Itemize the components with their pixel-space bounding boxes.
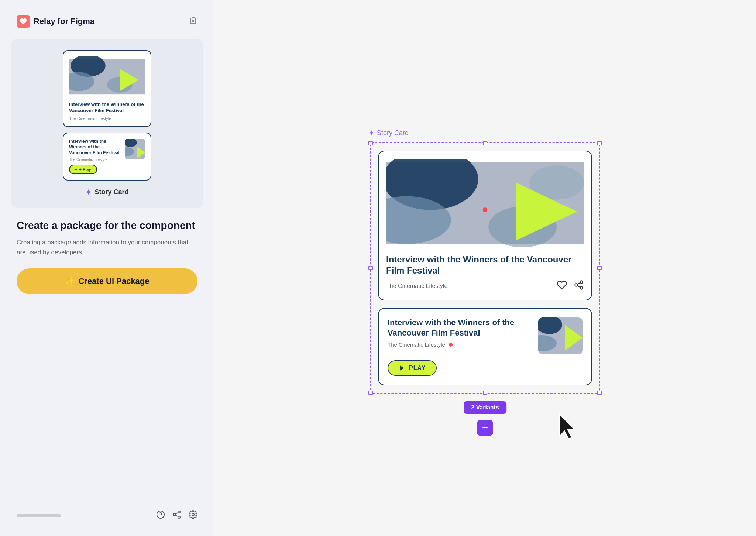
create-ui-package-button[interactable]: ✨ Create UI Package	[17, 268, 197, 294]
svg-point-26	[580, 287, 583, 289]
brand: Relay for Figma	[17, 15, 94, 28]
selection-border: Interview with the Winners of the Vancou…	[370, 142, 600, 394]
handle-mid-left	[368, 266, 373, 270]
card-image-small-v	[69, 56, 145, 97]
big-story-card-vertical: Interview with the Winners of the Vancou…	[378, 151, 592, 300]
panel-header: Relay for Figma	[0, 0, 214, 39]
share-icon[interactable]	[172, 510, 181, 521]
handle-bottom-left	[368, 391, 373, 395]
small-h-card-title: Interview with the Winners of the Vancou…	[69, 139, 121, 156]
preview-area: Interview with the Winners of the Vancou…	[11, 39, 203, 208]
add-variant-button[interactable]: +	[477, 420, 493, 436]
cursor-arrow	[558, 412, 578, 441]
component-label-text: Story Card	[94, 188, 128, 196]
panel-footer	[0, 503, 214, 536]
play-icon-small: +	[75, 167, 77, 172]
content-desc: Creating a package adds information to y…	[17, 237, 197, 257]
big-story-card-horizontal: Interview with the Winners of the Vancou…	[378, 308, 592, 385]
small-story-card-horizontal: Interview with the Winners of the Vancou…	[63, 133, 151, 181]
small-v-card-title: Interview with the Winners of the Vancou…	[69, 102, 145, 114]
svg-point-25	[575, 284, 578, 286]
svg-line-14	[176, 515, 178, 517]
handle-mid-right	[597, 266, 602, 270]
selection-label-text: Story Card	[377, 129, 409, 137]
selection-diamond-icon: ✦	[368, 128, 375, 137]
heart-icon[interactable]	[557, 280, 567, 292]
big-v-card-subtitle: The Cinematic Lifestyle	[386, 283, 447, 289]
action-icons	[557, 280, 584, 292]
small-h-card-thumb	[125, 139, 145, 159]
handle-bottom-right	[597, 391, 602, 395]
help-icon[interactable]	[156, 510, 165, 521]
play-button-small[interactable]: + + Play	[69, 165, 97, 174]
svg-marker-34	[560, 414, 574, 439]
svg-line-28	[577, 283, 580, 285]
svg-point-16	[192, 513, 194, 516]
svg-line-27	[577, 286, 580, 288]
left-panel: Relay for Figma Interview with the Winne…	[0, 0, 214, 536]
handle-top-left	[368, 141, 373, 145]
red-dot-indicator	[449, 343, 453, 347]
handle-bottom-mid	[483, 391, 487, 395]
trash-icon[interactable]	[189, 16, 197, 27]
small-story-card-vertical: Interview with the Winners of the Vancou…	[63, 50, 151, 127]
play-button-big[interactable]: PLAY	[388, 360, 437, 376]
play-label-big: PLAY	[409, 365, 426, 371]
small-h-card-subtitle: The Cinematic Lifestyle	[69, 158, 121, 162]
svg-point-11	[178, 511, 180, 513]
right-area: ✦ Story Card	[214, 0, 756, 536]
svg-point-13	[178, 516, 180, 518]
story-cards-container: Interview with the Winners of the Vancou…	[378, 151, 592, 385]
big-h-card-title: Interview with the Winners of the Vancou…	[388, 317, 532, 338]
svg-point-23	[483, 207, 488, 212]
create-btn-label: Create UI Package	[79, 276, 150, 286]
handle-top-right	[597, 141, 602, 145]
footer-icons	[156, 510, 197, 521]
svg-marker-33	[400, 365, 404, 371]
relay-diamond-icon: ✦	[85, 188, 92, 197]
svg-point-12	[173, 513, 176, 516]
settings-icon[interactable]	[189, 510, 197, 521]
brand-name: Relay for Figma	[34, 17, 94, 26]
create-btn-icon: ✨	[65, 276, 75, 286]
big-h-card-thumb	[538, 317, 583, 354]
card-image-big-v	[386, 159, 584, 247]
svg-line-15	[176, 513, 178, 514]
brand-logo	[17, 15, 30, 28]
share-card-icon[interactable]	[574, 280, 584, 292]
selection-container: ✦ Story Card	[370, 142, 600, 394]
component-label: ✦ Story Card	[85, 188, 128, 197]
big-h-card-text: Interview with the Winners of the Vancou…	[388, 317, 532, 348]
big-h-card-row: Interview with the Winners of the Vancou…	[388, 317, 583, 354]
big-h-card-subtitle: The Cinematic Lifestyle	[388, 341, 445, 348]
svg-point-24	[580, 281, 583, 283]
play-label-small: + Play	[79, 167, 91, 172]
small-v-card-subtitle: The Cinematic Lifestyle	[69, 116, 145, 121]
content-title: Create a package for the component	[17, 219, 197, 232]
variants-badge: 2 Variants	[464, 401, 506, 414]
big-v-card-footer: The Cinematic Lifestyle	[386, 280, 584, 292]
small-h-card-text: Interview with the Winners of the Vancou…	[69, 139, 121, 162]
panel-content: Create a package for the component Creat…	[0, 208, 214, 503]
selection-label: ✦ Story Card	[368, 128, 409, 137]
big-v-card-title: Interview with the Winners of the Vancou…	[386, 254, 584, 276]
scroll-indicator	[17, 514, 61, 517]
handle-top-mid	[483, 141, 487, 145]
